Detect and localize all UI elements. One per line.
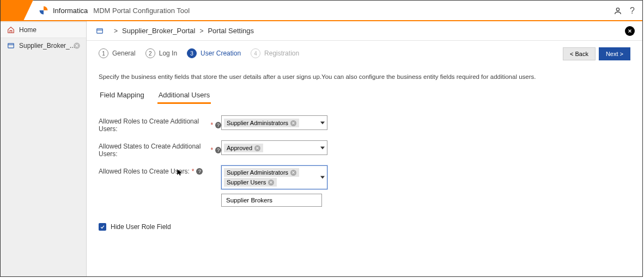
top-bar: Informatica MDM Portal Configuration Too… — [1, 1, 642, 21]
portal-icon — [7, 42, 15, 50]
dropdown-option-supplier-brokers[interactable]: Supplier Brokers — [222, 194, 321, 206]
field-label: Allowed Roles to Create Users: — [99, 168, 190, 175]
chip: Supplier Users ✕ — [224, 178, 277, 187]
chip-remove-icon[interactable]: ✕ — [254, 145, 260, 151]
help-icon[interactable]: ? — [215, 147, 221, 153]
help-icon[interactable]: ? — [196, 168, 203, 175]
help-icon[interactable]: ? — [630, 6, 635, 16]
sidebar-item-portal[interactable]: Supplier_Broker_... — [1, 38, 86, 53]
svg-rect-5 — [97, 28, 103, 33]
wizard-step-login[interactable]: 2 Log In — [145, 48, 177, 58]
svg-point-1 — [616, 8, 619, 11]
tabs: Field Mapping Additional Users — [99, 88, 630, 104]
svg-rect-2 — [8, 44, 14, 48]
sidebar-home-label: Home — [19, 26, 37, 34]
user-icon[interactable] — [613, 7, 622, 15]
tab-field-mapping[interactable]: Field Mapping — [99, 88, 145, 104]
chip-remove-icon[interactable]: ✕ — [290, 170, 296, 176]
chip-label: Supplier Users — [227, 179, 266, 186]
portal-icon — [95, 27, 104, 35]
breadcrumb-item-portal[interactable]: Supplier_Broker_Portal — [122, 27, 195, 35]
chip-remove-icon[interactable]: ✕ — [268, 180, 274, 186]
sidebar-item-home[interactable]: Home — [1, 22, 86, 38]
product-name: MDM Portal Configuration Tool — [93, 7, 190, 15]
sidebar-portal-label: Supplier_Broker_... — [19, 42, 75, 50]
main-area: > Supplier_Broker_Portal > Portal Settin… — [87, 21, 642, 276]
step-label: Log In — [159, 50, 177, 57]
required-marker: * — [210, 121, 213, 129]
wizard-step-general[interactable]: 1 General — [99, 48, 136, 58]
hide-user-role-checkbox[interactable] — [99, 223, 106, 231]
step-label: User Creation — [201, 50, 241, 57]
chip-label: Approved — [227, 145, 252, 151]
step-label: General — [112, 50, 136, 57]
chevron-down-icon[interactable] — [320, 176, 325, 179]
chip: Supplier Administrators ✕ — [224, 119, 299, 127]
allowed-roles-additional-select[interactable]: Supplier Administrators ✕ — [221, 115, 327, 130]
chevron-down-icon[interactable] — [320, 146, 325, 149]
breadcrumb-separator: > — [199, 27, 203, 35]
chip: Approved ✕ — [224, 144, 263, 152]
help-icon[interactable]: ? — [215, 122, 221, 128]
breadcrumb-separator: > — [114, 27, 118, 35]
chevron-down-icon[interactable] — [320, 121, 325, 124]
required-marker: * — [211, 146, 214, 154]
allowed-roles-create-select[interactable]: Supplier Administrators ✕ Supplier Users… — [221, 165, 327, 189]
row-allowed-roles-additional: Allowed Roles to Create Additional Users… — [99, 115, 630, 133]
allowed-states-additional-select[interactable]: Approved ✕ — [221, 140, 327, 155]
form: Allowed Roles to Create Additional Users… — [99, 115, 630, 231]
close-page-icon[interactable] — [625, 26, 635, 36]
chip-label: Supplier Administrators — [227, 169, 288, 176]
chip-remove-icon[interactable]: ✕ — [290, 120, 296, 126]
step-number: 1 — [99, 48, 108, 58]
close-tab-icon[interactable] — [73, 42, 81, 50]
chip-label: Supplier Administrators — [227, 120, 288, 126]
brand-wedge — [1, 0, 33, 21]
field-label: Allowed Roles to Create Additional Users… — [99, 118, 208, 133]
tab-additional-users[interactable]: Additional Users — [157, 88, 211, 104]
wizard-step-registration[interactable]: 4 Registration — [251, 48, 299, 58]
row-allowed-states-additional: Allowed States to Create Additional User… — [99, 140, 630, 158]
step-number: 4 — [251, 48, 260, 58]
chip: Supplier Administrators ✕ — [224, 168, 299, 177]
field-label: Allowed States to Create Additional User… — [99, 143, 209, 158]
back-button[interactable]: < Back — [563, 47, 596, 60]
sidebar: Home Supplier_Broker_... — [1, 21, 87, 276]
next-button[interactable]: Next > — [599, 47, 630, 60]
row-allowed-roles-create: Allowed Roles to Create Users: * ? Suppl… — [99, 165, 630, 189]
row-hide-user-role: Hide User Role Field — [99, 223, 630, 231]
step-number: 2 — [145, 48, 155, 58]
required-marker: * — [192, 168, 195, 175]
brand-area: Informatica — [39, 5, 88, 15]
home-icon — [7, 26, 15, 34]
breadcrumb-item-settings: Portal Settings — [208, 27, 254, 35]
informatica-logo-icon — [39, 5, 48, 15]
description-text: Specify the business entity fields that … — [99, 73, 630, 80]
hide-user-role-label: Hide User Role Field — [111, 223, 171, 231]
wizard-steps: 1 General 2 Log In 3 User Creation 4 Reg… — [99, 48, 630, 58]
breadcrumb: > Supplier_Broker_Portal > Portal Settin… — [87, 21, 642, 41]
wizard-step-user-creation[interactable]: 3 User Creation — [187, 48, 241, 58]
step-label: Registration — [264, 50, 299, 57]
roles-dropdown: Supplier Brokers — [221, 190, 322, 207]
step-number: 3 — [187, 48, 197, 58]
brand-text: Informatica — [53, 7, 88, 15]
